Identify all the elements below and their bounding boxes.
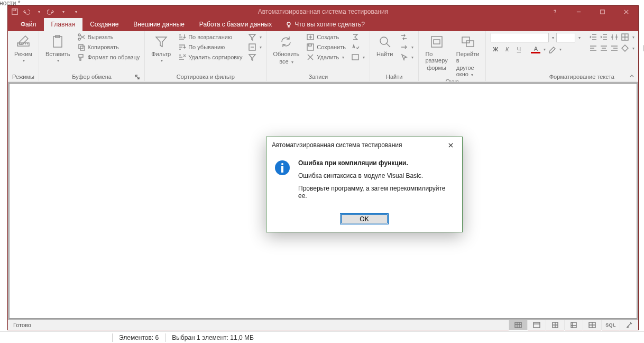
separator: [112, 333, 113, 342]
view-mode-button[interactable]: Режим ▾: [11, 32, 35, 63]
save-record-button[interactable]: Сохранить: [305, 42, 347, 52]
dialog-launcher-icon[interactable]: [134, 74, 140, 80]
lightbulb-icon: [286, 21, 292, 28]
tab-home[interactable]: Главная: [44, 18, 83, 31]
clear-sort-button[interactable]: Удалить сортировку: [176, 52, 244, 62]
arrow-right-icon: [400, 43, 408, 51]
delete-record-button[interactable]: Удалить▾: [305, 52, 347, 62]
align-right-icon[interactable]: [610, 44, 619, 52]
copy-button[interactable]: Копировать: [76, 42, 142, 52]
filter-button[interactable]: Фильтр ▾: [148, 32, 174, 63]
help-button[interactable]: [543, 6, 567, 17]
save-record-icon: [306, 43, 315, 51]
pivot-view-button[interactable]: [583, 320, 601, 330]
undo-icon[interactable]: [23, 8, 30, 15]
design-view-button[interactable]: [564, 320, 583, 330]
form-view-button[interactable]: [527, 320, 546, 330]
align-center-icon[interactable]: [600, 44, 608, 52]
ok-button[interactable]: OK: [340, 213, 389, 224]
tab-external-data[interactable]: Внешние данные: [126, 18, 192, 31]
group-window: По размеру формы Перейти в другое окно ▾…: [419, 31, 486, 81]
group-sort-filter: Фильтр ▾ По возрастанию По убыванию Удал…: [145, 31, 266, 81]
more-records-button[interactable]: ▾: [349, 52, 366, 62]
svg-rect-10: [80, 46, 85, 50]
gridlines-icon[interactable]: [621, 33, 629, 41]
group-find-label: Найти: [373, 73, 415, 81]
redo-icon[interactable]: [47, 8, 54, 15]
tell-me-search[interactable]: Что вы хотите сделать?: [279, 18, 371, 31]
ribbon: Режим ▾ Режимы Вставить ▾ Вырезать Копир…: [8, 31, 638, 82]
undo-dropdown-icon[interactable]: ▾: [35, 8, 43, 15]
advanced-filter-button[interactable]: ▾: [246, 42, 263, 52]
svg-rect-27: [533, 322, 540, 328]
text-direction-icon[interactable]: [610, 33, 619, 41]
sort-asc-button[interactable]: По возрастанию: [176, 32, 244, 42]
paintbrush-icon: [77, 53, 86, 61]
minimize-button[interactable]: [567, 6, 591, 17]
collapse-ribbon-icon[interactable]: [629, 73, 635, 79]
select-button[interactable]: ▾: [398, 52, 415, 62]
redo-dropdown-icon[interactable]: ▾: [60, 8, 67, 15]
cut-button[interactable]: Вырезать: [76, 32, 142, 42]
dialog-line1: Ошибка синтаксиса в модуле Visual Basic.: [298, 172, 453, 179]
clear-sort-label: Удалить сортировку: [188, 54, 242, 60]
paste-button[interactable]: Вставить ▾: [42, 32, 73, 63]
delete-record-label: Удалить: [317, 54, 339, 60]
refresh-all-button[interactable]: Обновить все ▾: [270, 32, 303, 65]
totals-button[interactable]: [349, 32, 366, 42]
status-bar: Готово SQL: [8, 320, 638, 330]
italic-button[interactable]: К: [502, 46, 512, 52]
datasheet-view-button[interactable]: [509, 320, 527, 330]
refresh-label: Обновить: [273, 51, 300, 57]
tab-create[interactable]: Создание: [82, 18, 126, 31]
switch-window-button[interactable]: Перейти в другое окно ▾: [453, 32, 483, 77]
bold-button[interactable]: Ж: [491, 46, 500, 52]
fit-form-label2: формы: [427, 65, 446, 71]
align-left-icon[interactable]: [589, 44, 597, 52]
layout-view-button[interactable]: [546, 320, 564, 330]
maximize-button[interactable]: [591, 6, 614, 17]
dialog-close-button[interactable]: [444, 139, 457, 151]
toggle-filter-button[interactable]: [246, 52, 263, 62]
spelling-button[interactable]: [349, 42, 366, 52]
save-icon[interactable]: [11, 8, 19, 15]
font-color-button[interactable]: A: [531, 46, 540, 53]
fit-form-label1: По размеру: [425, 51, 447, 64]
dialog-text: Ошибка при компиляции функции. Ошибка си…: [298, 159, 453, 205]
underline-button[interactable]: Ч: [514, 46, 523, 52]
quick-access-toolbar: ▾ ▾ ▾: [8, 8, 83, 15]
sigma-icon: [351, 33, 360, 41]
chevron-down-icon: ▾: [57, 58, 59, 63]
chevron-down-icon: ▾: [23, 58, 25, 63]
highlight-icon[interactable]: [548, 45, 556, 53]
window-title: Автоматизированная система тестирования: [258, 8, 389, 15]
new-record-button[interactable]: Создать: [305, 32, 347, 42]
window-controls: [543, 6, 638, 17]
dialog-title: Автоматизированная система тестирования: [272, 141, 402, 149]
fit-form-button[interactable]: По размеру формы: [422, 32, 450, 71]
tab-file[interactable]: Файл: [13, 18, 44, 31]
filter-label: Фильтр: [151, 51, 171, 57]
chevron-down-icon: ▾: [632, 35, 634, 40]
goto-button[interactable]: ▾: [398, 42, 415, 52]
sort-desc-button[interactable]: По убыванию: [176, 42, 244, 52]
fill-color-icon[interactable]: [621, 44, 629, 52]
indent-decrease-icon[interactable]: [589, 33, 597, 41]
tab-database-tools[interactable]: Работа с базами данных: [192, 18, 279, 31]
replace-button[interactable]: [398, 32, 415, 42]
find-button[interactable]: Найти: [373, 32, 396, 57]
chevron-down-icon: ▾: [471, 73, 473, 77]
sql-view-button[interactable]: SQL: [601, 320, 620, 330]
group-records-label: Записи: [270, 73, 366, 81]
indent-increase-icon[interactable]: [600, 33, 608, 41]
selection-filter-button[interactable]: ▾: [246, 32, 263, 42]
chevron-down-icon: ▾: [260, 45, 262, 50]
font-picker[interactable]: ▾▾: [489, 32, 582, 43]
close-button[interactable]: [614, 6, 638, 17]
new-record-label: Создать: [317, 34, 339, 40]
funnel-icon: [153, 34, 169, 50]
format-painter-button[interactable]: Формат по образцу: [76, 52, 142, 62]
design-view2-button[interactable]: [620, 320, 638, 330]
chevron-down-icon: ▾: [411, 55, 413, 60]
qat-customize-icon[interactable]: ▾: [72, 8, 80, 15]
